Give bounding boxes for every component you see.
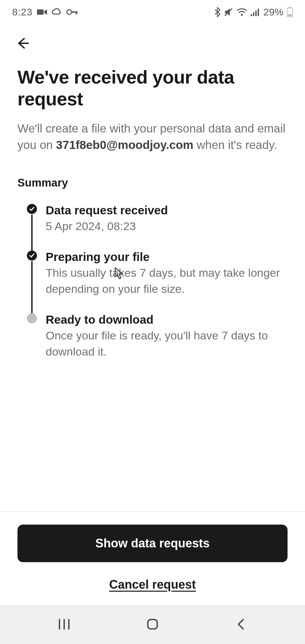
svg-rect-8 [255, 11, 257, 16]
mute-icon [224, 7, 233, 17]
timeline-item-desc: This usually takes 7 days, but may take … [46, 265, 288, 297]
battery-icon [287, 7, 293, 17]
timeline-connector [31, 261, 33, 314]
wifi-icon [236, 8, 247, 16]
video-icon [37, 8, 47, 16]
main-content: We've received your data request We'll c… [0, 66, 305, 511]
summary-heading: Summary [17, 176, 288, 189]
timeline-dot-complete [27, 251, 37, 261]
timeline-item: Preparing your file This usually takes 7… [27, 249, 288, 312]
svg-rect-3 [76, 11, 77, 14]
chevron-left-icon [236, 618, 245, 631]
timeline-item-title: Preparing your file [46, 249, 288, 265]
app-topbar [0, 24, 305, 66]
check-icon [29, 206, 35, 212]
timeline-item-title: Ready to download [46, 312, 288, 327]
svg-rect-12 [288, 14, 292, 16]
home-icon [146, 618, 159, 631]
svg-rect-7 [253, 12, 254, 16]
app-screen: We've received your data request We'll c… [0, 24, 305, 605]
timeline-connector [31, 215, 33, 251]
android-status-bar: 8:23 29% [0, 0, 305, 24]
status-time: 8:23 [12, 6, 32, 18]
vpn-key-icon [67, 9, 78, 15]
android-nav-bar [0, 605, 305, 644]
svg-rect-6 [251, 14, 252, 16]
status-right-cluster: 29% [214, 6, 293, 18]
arrow-left-icon [16, 37, 30, 51]
svg-point-1 [67, 10, 72, 14]
show-data-requests-button[interactable]: Show data requests [17, 525, 288, 562]
back-button[interactable] [13, 34, 32, 53]
status-left-cluster: 8:23 [12, 6, 78, 18]
bluetooth-icon [214, 7, 220, 17]
page-title: We've received your data request [17, 66, 288, 110]
timeline-item-desc: Once your file is ready, you'll have 7 d… [46, 328, 288, 360]
timeline-dot-pending [27, 313, 37, 323]
android-back-button[interactable] [224, 614, 258, 635]
timeline-item-title: Data request received [46, 203, 288, 218]
svg-point-5 [241, 14, 243, 16]
subtitle-email: 371f8eb0@moodjoy.com [56, 138, 193, 151]
subtitle-suffix: when it's ready. [193, 138, 277, 151]
recents-icon [57, 618, 71, 631]
android-home-button[interactable] [136, 614, 169, 635]
footer-actions: Show data requests Cancel request [0, 511, 305, 605]
cancel-request-button[interactable]: Cancel request [109, 578, 196, 592]
check-icon [29, 253, 35, 259]
page-subtitle: We'll create a file with your personal d… [17, 120, 288, 153]
timeline-dot-complete [27, 204, 37, 214]
cloud-sync-icon [52, 8, 62, 16]
progress-timeline: Data request received 5 Apr 2024, 08:23 … [17, 203, 288, 360]
battery-percentage: 29% [263, 6, 284, 18]
svg-rect-9 [258, 9, 259, 16]
svg-rect-0 [37, 9, 44, 15]
svg-rect-16 [148, 620, 157, 629]
android-recents-button[interactable] [47, 614, 81, 635]
signal-icon [251, 8, 260, 16]
timeline-item-desc: 5 Apr 2024, 08:23 [46, 218, 288, 234]
timeline-item: Data request received 5 Apr 2024, 08:23 [27, 203, 288, 249]
timeline-item: Ready to download Once your file is read… [27, 312, 288, 360]
